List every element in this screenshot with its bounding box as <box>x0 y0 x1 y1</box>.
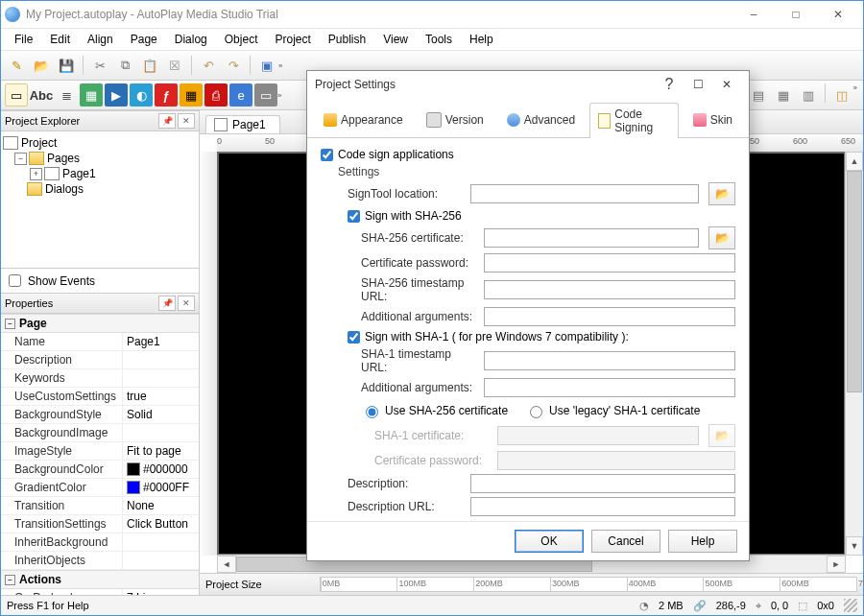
menu-project[interactable]: Project <box>267 31 318 48</box>
tab-appearance[interactable]: Appearance <box>315 102 412 137</box>
delete-button[interactable]: ☒ <box>163 54 186 77</box>
redo-button[interactable]: ↷ <box>222 54 245 77</box>
open-button[interactable]: 📂 <box>30 54 53 77</box>
prop-row[interactable]: BackgroundColor#000000 <box>1 461 199 479</box>
sha1-ts-input[interactable] <box>484 351 735 370</box>
overflow-icon[interactable]: » <box>853 83 857 107</box>
resize-grip-icon[interactable] <box>844 599 857 612</box>
menu-dialog[interactable]: Dialog <box>167 31 215 48</box>
obj-web[interactable]: e <box>229 83 252 107</box>
menu-page[interactable]: Page <box>123 31 165 48</box>
prop-row[interactable]: UseCustomSettingstrue <box>1 388 199 406</box>
dialog-close-button[interactable]: ✕ <box>712 74 741 95</box>
code-sign-checkbox[interactable] <box>321 149 333 161</box>
maximize-button[interactable]: □ <box>775 1 817 28</box>
dialog-help-button[interactable]: ? <box>655 74 684 95</box>
tab-version[interactable]: Version <box>418 102 492 137</box>
scroll-right-icon[interactable]: ► <box>827 556 846 573</box>
prop-row[interactable]: ImageStyleFit to page <box>1 442 199 461</box>
paste-button[interactable]: 📋 <box>138 54 161 77</box>
browse-button[interactable]: 📂 <box>708 182 735 205</box>
obj-quicktime[interactable]: ◐ <box>130 83 153 107</box>
color-swatch[interactable] <box>127 481 140 494</box>
scrollbar-vertical[interactable]: ▲ ▼ <box>845 152 863 556</box>
ok-button[interactable]: OK <box>515 530 584 553</box>
menu-file[interactable]: File <box>7 31 40 48</box>
show-events-checkbox[interactable] <box>9 274 21 287</box>
show-events-row[interactable]: Show Events <box>1 268 199 293</box>
use-legacy-radio-row[interactable]: Use 'legacy' SHA-1 certificate <box>525 403 700 418</box>
menu-publish[interactable]: Publish <box>321 31 373 48</box>
new-button[interactable]: ✎ <box>5 54 28 77</box>
prop-row[interactable]: Description <box>1 351 199 369</box>
prop-row[interactable]: TransitionSettingsClick Button <box>1 515 199 533</box>
overflow-icon[interactable]: » <box>277 91 281 100</box>
obj-label[interactable]: Abc <box>30 83 53 107</box>
signtool-input[interactable] <box>470 184 699 203</box>
cut-button[interactable]: ✂ <box>88 54 111 77</box>
menu-object[interactable]: Object <box>217 31 266 48</box>
obj-slideshow[interactable]: ▦ <box>180 83 203 107</box>
pin-icon[interactable]: 📌 <box>158 113 176 129</box>
prop-row[interactable]: Keywords <box>1 369 199 388</box>
copy-button[interactable]: ⧉ <box>113 54 136 77</box>
sha1-checkbox[interactable] <box>348 331 360 344</box>
sha1-args-input[interactable] <box>484 378 735 397</box>
tree-dialogs[interactable]: Dialogs <box>3 181 197 197</box>
help-button[interactable]: Help <box>668 530 737 553</box>
scroll-down-icon[interactable]: ▼ <box>846 536 863 556</box>
collapse-icon[interactable]: − <box>14 153 27 165</box>
use-legacy-radio[interactable] <box>530 406 542 418</box>
use-sha256-radio[interactable] <box>366 406 378 418</box>
close-icon[interactable]: ✕ <box>178 113 195 129</box>
prop-row[interactable]: InheritObjects <box>1 552 199 570</box>
close-button[interactable]: ✕ <box>817 1 859 28</box>
properties-grid[interactable]: −Page NamePage1 Description Keywords Use… <box>1 314 199 595</box>
sha256-ts-input[interactable] <box>484 280 735 299</box>
obj-xbutton[interactable]: ▭ <box>254 83 277 107</box>
group-actions[interactable]: −Actions <box>1 570 199 589</box>
obj-flash[interactable]: ƒ <box>155 83 178 107</box>
prop-row[interactable]: InheritBackground <box>1 533 199 552</box>
color-swatch[interactable] <box>127 462 140 476</box>
menu-edit[interactable]: Edit <box>42 31 78 48</box>
menu-tools[interactable]: Tools <box>418 31 460 48</box>
tree-page1[interactable]: +Page1 <box>3 166 197 181</box>
use-sha256-radio-row[interactable]: Use SHA-256 certificate <box>361 403 508 418</box>
align-button[interactable]: ▤ <box>747 83 770 107</box>
browse-button[interactable]: 📂 <box>708 226 735 249</box>
description-input[interactable] <box>470 474 735 493</box>
menu-help[interactable]: Help <box>462 31 501 48</box>
close-icon[interactable]: ✕ <box>178 296 195 311</box>
sha256-checkbox[interactable] <box>348 210 360 223</box>
sha256-checkbox-row[interactable]: Sign with SHA-256 <box>348 209 735 223</box>
obj-video[interactable]: ▶ <box>105 83 128 107</box>
scroll-thumb[interactable] <box>847 171 862 392</box>
menu-align[interactable]: Align <box>80 31 121 48</box>
scroll-up-icon[interactable]: ▲ <box>846 152 863 171</box>
prop-row[interactable]: GradientColor#0000FF <box>1 479 199 497</box>
sha256-args-input[interactable] <box>484 307 735 326</box>
tab-page1[interactable]: Page1 <box>205 115 280 133</box>
code-sign-checkbox-row[interactable]: Code sign applications <box>321 148 735 161</box>
tab-skin[interactable]: Skin <box>684 102 741 137</box>
description-url-input[interactable] <box>470 497 735 516</box>
expand-icon[interactable]: + <box>30 168 42 180</box>
sha1-checkbox-row[interactable]: Sign with SHA-1 ( for pre Windows 7 comp… <box>348 330 735 344</box>
tree-pages[interactable]: −Pages <box>3 151 197 166</box>
obj-button-1[interactable]: ▭ <box>5 83 28 107</box>
prop-row[interactable]: TransitionNone <box>1 497 199 515</box>
tab-code-signing[interactable]: Code Signing <box>589 103 679 138</box>
publish-button[interactable]: ▣ <box>255 54 278 77</box>
sha256-cert-input[interactable] <box>484 228 699 248</box>
prop-row[interactable]: NamePage1 <box>1 333 199 351</box>
dialog-maximize-button[interactable]: ☐ <box>684 74 712 95</box>
overflow-icon[interactable]: » <box>278 61 282 70</box>
scroll-track[interactable] <box>846 171 863 536</box>
layout-button[interactable]: ◫ <box>830 83 853 107</box>
minimize-button[interactable]: – <box>732 1 775 28</box>
prop-row[interactable]: BackgroundStyleSolid <box>1 406 199 424</box>
prop-row[interactable]: BackgroundImage <box>1 424 199 442</box>
obj-pdf[interactable]: ⎙ <box>204 83 228 107</box>
obj-image[interactable]: ▦ <box>80 83 103 107</box>
